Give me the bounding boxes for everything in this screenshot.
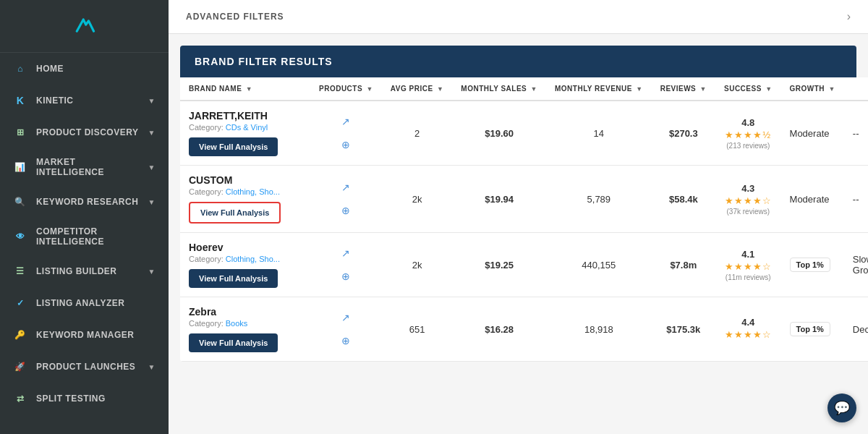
brand-name-cell: Zebra Category: Books View Full Analysis: [180, 297, 310, 362]
growth-cell: Slow Growth: [844, 233, 868, 297]
advanced-filters-expand-icon[interactable]: ›: [847, 10, 851, 23]
external-link-icon[interactable]: ↗: [336, 112, 355, 131]
home-icon: ⌂: [13, 61, 27, 76]
col-success[interactable]: SUCCESS ▼: [715, 77, 781, 101]
sidebar-nav: ⌂ HOME K KINETIC ▼ ⊞ PRODUCT DISCOVERY ▼…: [0, 53, 169, 434]
category-value: CDs & Vinyl: [226, 123, 268, 132]
sort-arrow-avg-price: ▼: [437, 85, 443, 93]
sidebar-item-split-testing[interactable]: ⇄ SPLIT TESTING: [0, 383, 169, 414]
col-avg-price[interactable]: AVG PRICE ▼: [382, 77, 452, 101]
chevron-icon: ▼: [148, 198, 156, 206]
brand-name: Zebra: [189, 306, 302, 318]
col-products[interactable]: PRODUCTS ▼: [310, 77, 382, 101]
col-brand-name[interactable]: BRAND NAME ▼: [180, 77, 310, 101]
add-icon[interactable]: ⊕: [336, 135, 355, 154]
action-icons: ↗ ⊕: [319, 178, 373, 220]
reviews-count: (37k reviews): [724, 208, 773, 216]
brand-table: BRAND NAME ▼ PRODUCTS ▼ AVG PRICE ▼ MONT…: [180, 77, 868, 362]
view-full-analysis-button[interactable]: View Full Analysis: [189, 269, 278, 288]
monthly-revenue-cell: $7.8m: [652, 233, 715, 297]
sort-arrow-brand: ▼: [246, 85, 252, 93]
split-testing-icon: ⇄: [13, 391, 27, 406]
chevron-icon: ▼: [148, 163, 156, 171]
monthly-sales-cell: 440,155: [546, 233, 652, 297]
col-reviews[interactable]: REVIEWS ▼: [652, 77, 715, 101]
sidebar-label-product-discovery: PRODUCT DISCOVERY: [36, 127, 140, 137]
external-link-icon[interactable]: ↗: [336, 244, 355, 263]
avg-price-cell: $19.94: [452, 166, 546, 233]
sort-arrow-monthly-revenue: ▼: [636, 85, 642, 93]
brand-name-cell: CUSTOM Category: Clothing, Sho... View F…: [180, 166, 310, 233]
sidebar-label-kinetic: KINETIC: [36, 95, 140, 106]
sidebar-item-product-launches[interactable]: 🚀 PRODUCT LAUNCHES ▼: [0, 351, 169, 383]
external-link-icon[interactable]: ↗: [336, 308, 355, 327]
sort-arrow-monthly-sales: ▼: [531, 85, 537, 93]
table-row: Hoerev Category: Clothing, Sho... View F…: [180, 233, 868, 297]
view-full-analysis-button[interactable]: View Full Analysis: [189, 137, 278, 156]
sidebar-label-listing-builder: LISTING BUILDER: [36, 266, 140, 276]
avg-price-cell: $19.60: [452, 101, 546, 166]
brand-filter-header: BRAND FILTER RESULTS: [180, 46, 856, 77]
sidebar-label-home: HOME: [36, 64, 156, 74]
monthly-revenue-cell: $270.3: [652, 101, 715, 166]
table-row: CUSTOM Category: Clothing, Sho... View F…: [180, 166, 868, 233]
sidebar-item-market-intelligence[interactable]: 📊 MARKET INTELLIGENCE ▼: [0, 148, 169, 186]
sidebar-label-split-testing: SPLIT TESTING: [36, 393, 156, 404]
sidebar-item-kinetic[interactable]: K KINETIC ▼: [0, 85, 169, 116]
sidebar-item-competitor-intelligence[interactable]: 👁 COMPETITOR INTELLIGENCE: [0, 218, 169, 255]
sidebar-item-keyword-manager[interactable]: 🔑 KEYWORD MANAGER: [0, 319, 169, 351]
sidebar-logo: [0, 0, 169, 53]
table-row: Zebra Category: Books View Full Analysis…: [180, 297, 868, 362]
view-full-analysis-button[interactable]: View Full Analysis: [189, 333, 278, 352]
sidebar-item-listing-builder[interactable]: ☰ LISTING BUILDER ▼: [0, 255, 169, 287]
add-icon[interactable]: ⊕: [336, 331, 355, 350]
col-growth[interactable]: GROWTH ▼: [781, 77, 844, 101]
top-badge: Top 1%: [790, 258, 830, 272]
brand-name: JARRETT,KEITH: [189, 110, 302, 122]
chevron-icon: ▼: [148, 97, 156, 105]
reviews-cell: 4.8 ★★★★½ (213 reviews): [715, 101, 781, 166]
table-row: JARRETT,KEITH Category: CDs & Vinyl View…: [180, 101, 868, 166]
view-full-analysis-button[interactable]: View Full Analysis: [189, 202, 281, 224]
action-icons: ↗ ⊕: [319, 244, 373, 286]
sidebar-item-home[interactable]: ⌂ HOME: [0, 53, 169, 85]
add-icon[interactable]: ⊕: [336, 201, 355, 220]
brand-name: CUSTOM: [189, 174, 302, 186]
col-monthly-sales[interactable]: MONTHLY SALES ▼: [452, 77, 546, 101]
reviews-count: (11m reviews): [724, 273, 773, 281]
col-monthly-revenue[interactable]: MONTHLY REVENUE ▼: [546, 77, 652, 101]
sort-arrow-growth: ▼: [828, 85, 835, 93]
add-icon[interactable]: ⊕: [336, 267, 355, 286]
chat-button[interactable]: 💬: [827, 393, 856, 422]
top-badge: Top 1%: [790, 322, 830, 336]
sidebar-item-listing-analyzer[interactable]: ✓ LISTING ANALYZER: [0, 287, 169, 319]
sidebar-item-keyword-research[interactable]: 🔍 KEYWORD RESEARCH ▼: [0, 186, 169, 218]
sidebar-label-listing-analyzer: LISTING ANALYZER: [36, 298, 156, 308]
sidebar-label-keyword-research: KEYWORD RESEARCH: [36, 197, 140, 207]
category-value: Books: [226, 319, 248, 328]
kinetic-icon: K: [13, 93, 27, 108]
listing-analyzer-icon: ✓: [13, 296, 27, 310]
advanced-filters-bar: ADVANCED FILTERS ›: [169, 0, 868, 34]
action-icons: ↗ ⊕: [319, 112, 373, 154]
sidebar-label-market-intelligence: MARKET INTELLIGENCE: [36, 157, 140, 177]
sidebar-item-product-discovery[interactable]: ⊞ PRODUCT DISCOVERY ▼: [0, 116, 169, 148]
sidebar-label-keyword-manager: KEYWORD MANAGER: [36, 330, 156, 340]
action-icons-cell: ↗ ⊕: [310, 233, 382, 297]
category-value: Clothing, Sho...: [226, 255, 280, 263]
stars-display: ★★★★☆: [724, 195, 773, 206]
chat-icon: 💬: [834, 400, 850, 416]
action-icons-cell: ↗ ⊕: [310, 166, 382, 233]
brand-name: Hoerev: [189, 242, 302, 253]
brand-filter-container: BRAND FILTER RESULTS BRAND NAME ▼ PRODUC…: [169, 34, 868, 434]
main-content: ADVANCED FILTERS › BRAND FILTER RESULTS …: [169, 0, 868, 434]
success-cell: Moderate: [781, 101, 844, 166]
success-cell: Top 1%: [781, 233, 844, 297]
rating-value: 4.4: [724, 317, 773, 328]
reviews-cell: 4.1 ★★★★☆ (11m reviews): [715, 233, 781, 297]
growth-cell: --: [844, 101, 868, 166]
rating-value: 4.3: [724, 183, 773, 194]
chevron-icon: ▼: [148, 268, 156, 276]
external-link-icon[interactable]: ↗: [336, 178, 355, 197]
monthly-sales-cell: 18,918: [546, 297, 652, 362]
